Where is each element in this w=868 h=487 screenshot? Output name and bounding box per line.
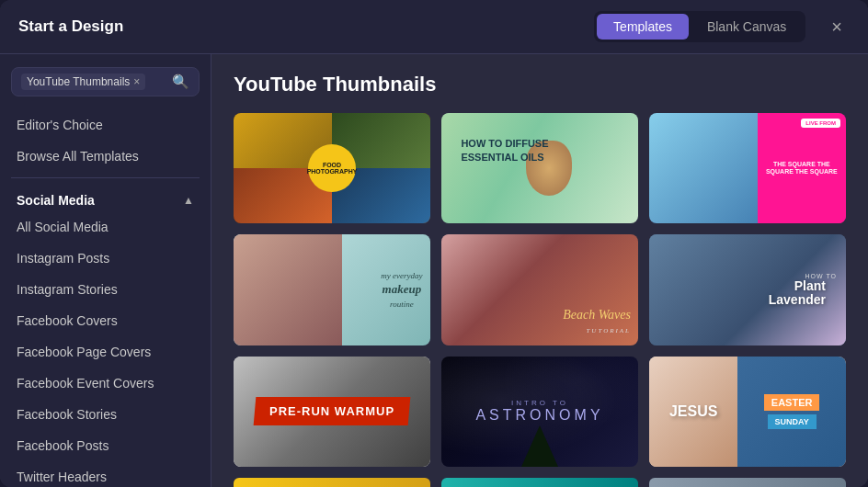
- template-card-lavender[interactable]: HOW TO PlantLavender: [649, 234, 846, 345]
- sidebar-item-facebook-covers[interactable]: Facebook Covers: [0, 305, 211, 336]
- chevron-up-icon: ▲: [183, 194, 194, 207]
- template-card-makeup[interactable]: my everyday makeup routine: [234, 234, 430, 345]
- peek-card-1[interactable]: [234, 478, 430, 487]
- sidebar: YouTube Thumbnails × 🔍 Editor's Choice B…: [0, 54, 211, 487]
- peek-card-3[interactable]: [649, 478, 846, 487]
- easter-right-bg: EASTER SUNDAY: [737, 357, 846, 467]
- modal-body: YouTube Thumbnails × 🔍 Editor's Choice B…: [0, 54, 868, 487]
- square-text: THE SQUARE THE SQUARE THE SQUARE: [758, 157, 846, 180]
- templates-grid: FOOD PHOTOGRAPHY HOW TO DIFFUSE ESSENTIA…: [234, 113, 846, 467]
- makeup-text-area: my everyday makeup routine: [381, 270, 422, 310]
- close-button[interactable]: ×: [824, 13, 850, 41]
- sidebar-item-all-social[interactable]: All Social Media: [0, 211, 211, 243]
- food-badge: FOOD PHOTOGRAPHY: [308, 144, 356, 192]
- main-content: YouTube Thumbnails FOOD PHOTOGRAPHY: [211, 54, 868, 487]
- waves-text: Beach Waves TUTORIAL: [563, 308, 631, 336]
- sidebar-item-facebook-page-covers[interactable]: Facebook Page Covers: [0, 336, 211, 368]
- warmup-banner: PRE-RUN WARMUP: [254, 397, 411, 425]
- content-title: YouTube Thumbnails: [234, 73, 846, 96]
- browse-all-label: Browse All Templates: [17, 149, 139, 164]
- astronomy-text: INTRO TO ASTRONOMY: [475, 399, 603, 424]
- sidebar-nav: Editor's Choice Browse All Templates Soc…: [0, 106, 211, 487]
- search-button[interactable]: 🔍: [172, 74, 189, 90]
- sidebar-item-browse-all[interactable]: Browse All Templates: [0, 141, 211, 172]
- search-tag-close[interactable]: ×: [133, 75, 140, 88]
- peek-card-2[interactable]: [441, 478, 638, 487]
- template-card-astronomy[interactable]: INTRO TO ASTRONOMY: [441, 357, 638, 467]
- astronomy-tree-icon: [521, 425, 558, 467]
- modal: Start a Design Templates Blank Canvas × …: [0, 0, 868, 487]
- modal-title: Start a Design: [18, 17, 123, 36]
- templates-tab[interactable]: Templates: [597, 14, 689, 40]
- square-left-bg: [649, 113, 758, 223]
- square-right-bg: THE SQUARE THE SQUARE THE SQUARE: [758, 113, 846, 223]
- easter-tag1: EASTER: [764, 394, 820, 411]
- easter-jesus-text: JESUS: [669, 403, 717, 420]
- bottom-peek-row: [234, 478, 846, 487]
- search-bar[interactable]: YouTube Thumbnails × 🔍: [11, 67, 200, 96]
- template-card-oils[interactable]: HOW TO DIFFUSE ESSENTIAL OILS: [441, 113, 638, 223]
- search-tag: YouTube Thumbnails ×: [21, 74, 145, 90]
- tab-group: Templates Blank Canvas: [594, 11, 805, 42]
- lavender-text-area: HOW TO PlantLavender: [769, 273, 837, 308]
- search-tag-text: YouTube Thumbnails: [27, 75, 130, 88]
- square-live-badge: LIVE FROM: [801, 119, 840, 128]
- sidebar-item-instagram-stories[interactable]: Instagram Stories: [0, 274, 211, 305]
- modal-header: Start a Design Templates Blank Canvas ×: [0, 0, 868, 54]
- sidebar-divider: [11, 177, 200, 178]
- sidebar-item-twitter-headers[interactable]: Twitter Headers: [0, 461, 211, 487]
- social-media-label: Social Media: [17, 193, 95, 208]
- easter-tag2: SUNDAY: [768, 414, 817, 429]
- sidebar-section-social[interactable]: Social Media ▲: [0, 184, 211, 211]
- sidebar-item-instagram-posts[interactable]: Instagram Posts: [0, 243, 211, 274]
- makeup-photo-bg: [234, 234, 342, 345]
- editors-choice-label: Editor's Choice: [17, 118, 103, 132]
- sidebar-item-facebook-event-covers[interactable]: Facebook Event Covers: [0, 368, 211, 399]
- oils-text: HOW TO DIFFUSE ESSENTIAL OILS: [461, 137, 548, 164]
- template-card-easter[interactable]: JESUS EASTER SUNDAY: [649, 357, 846, 467]
- template-card-warmup[interactable]: PRE-RUN WARMUP: [234, 357, 430, 467]
- template-card-square[interactable]: THE SQUARE THE SQUARE THE SQUARE LIVE FR…: [649, 113, 846, 223]
- sidebar-item-facebook-stories[interactable]: Facebook Stories: [0, 399, 211, 430]
- template-card-food[interactable]: FOOD PHOTOGRAPHY: [234, 113, 430, 223]
- sidebar-item-editors-choice[interactable]: Editor's Choice: [0, 109, 211, 141]
- template-card-waves[interactable]: Beach Waves TUTORIAL: [441, 234, 638, 345]
- easter-left-bg: JESUS: [649, 357, 737, 467]
- blank-canvas-tab[interactable]: Blank Canvas: [691, 14, 803, 40]
- sidebar-item-facebook-posts[interactable]: Facebook Posts: [0, 430, 211, 461]
